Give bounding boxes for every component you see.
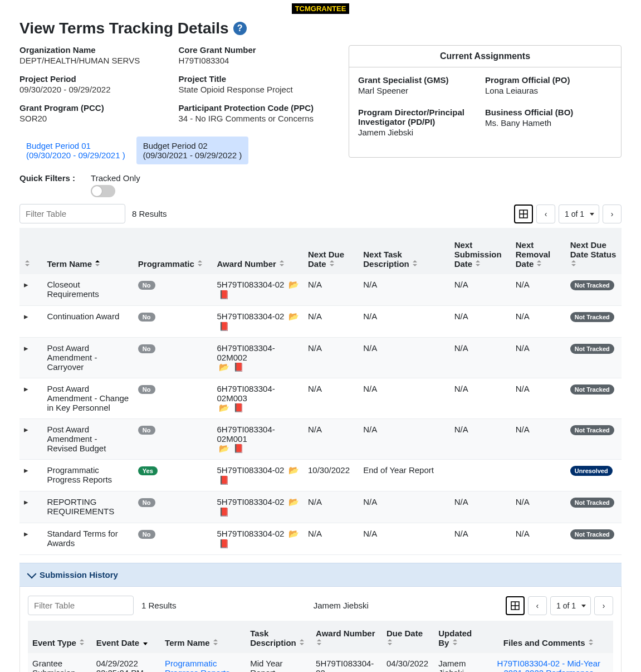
status-badge: Not Tracked: [570, 529, 614, 539]
grant-program: Grant Program (PCC)SOR20: [19, 103, 179, 123]
sh-col-task-desc[interactable]: Task Description: [246, 621, 311, 653]
cell-rem: N/A: [511, 274, 566, 306]
folder-icon[interactable]: 📂: [288, 529, 299, 538]
cell-due: N/A: [304, 419, 359, 460]
cell-due: N/A: [304, 274, 359, 306]
sh-col-term-name[interactable]: Term Name: [160, 621, 246, 653]
pdf-icon[interactable]: 📕: [219, 290, 229, 299]
cell-rem: N/A: [511, 306, 566, 338]
programmatic-pill: Yes: [138, 466, 158, 475]
sh-prev-page-button[interactable]: ‹: [528, 596, 547, 615]
sh-col-event-date[interactable]: Event Date: [92, 621, 160, 653]
tab-budget-period-02[interactable]: Budget Period 02(09/30/2021 - 09/29/2022…: [136, 137, 249, 164]
project-period: Project Period09/30/2020 - 09/29/2022: [19, 74, 179, 94]
tracked-only-toggle[interactable]: [91, 185, 115, 197]
status-badge: Not Tracked: [570, 280, 614, 290]
folder-icon[interactable]: 📂: [288, 311, 299, 321]
pdf-icon[interactable]: 📕: [219, 475, 229, 485]
sort-desc-icon: [143, 642, 148, 645]
pdf-icon[interactable]: 📕: [219, 539, 229, 548]
col-award-number[interactable]: Award Number: [213, 228, 304, 274]
col-next-removal[interactable]: Next Removal Date: [511, 228, 566, 274]
cell-term-name: Standard Terms for Awards: [42, 523, 133, 555]
pdf-icon[interactable]: 📕: [233, 403, 244, 412]
sh-col-due-date[interactable]: Due Date: [382, 621, 434, 653]
cell-rem: N/A: [511, 338, 566, 378]
expand-row-icon[interactable]: ▸: [24, 343, 28, 353]
cell-rem: [511, 460, 566, 491]
grid-view-button[interactable]: [514, 204, 533, 223]
pdf-icon[interactable]: 📕: [233, 362, 244, 372]
cell-due: N/A: [304, 523, 359, 555]
col-next-task-desc[interactable]: Next Task Description: [359, 228, 449, 274]
prev-page-button[interactable]: ‹: [536, 204, 555, 223]
sh-term-link[interactable]: Programmatic Progress Reports: [165, 659, 230, 672]
pdf-icon[interactable]: 📕: [233, 444, 244, 453]
gms: Grant Specialist (GMS)Marl Speener: [358, 75, 485, 95]
cell-due: N/A: [304, 378, 359, 419]
cell-term-name: Post Award Amendment - Carryover: [42, 338, 133, 378]
status-badge: Not Tracked: [570, 384, 614, 395]
programmatic-pill: No: [138, 281, 155, 290]
folder-icon[interactable]: 📂: [219, 403, 229, 412]
folder-icon[interactable]: 📂: [219, 444, 229, 453]
cell-sub: N/A: [450, 338, 511, 378]
programmatic-pill: No: [138, 385, 155, 394]
expand-row-icon[interactable]: ▸: [24, 497, 28, 507]
status-badge: Not Tracked: [570, 344, 614, 354]
col-term-name[interactable]: Term Name: [42, 228, 133, 274]
sh-filter-input[interactable]: [28, 596, 134, 615]
cell-award: 6H79TI083304-02M001📂 📕: [213, 419, 304, 460]
cell-term-name: Programmatic Progress Reports: [42, 460, 133, 491]
cell-due: 10/30/2022: [304, 460, 359, 491]
cell-task: N/A: [359, 338, 449, 378]
page-select[interactable]: 1 of 1: [559, 204, 599, 223]
pdpi: Program Director/Principal Investigator …: [358, 108, 485, 137]
submission-history-header[interactable]: Submission History: [19, 563, 622, 587]
pdf-icon[interactable]: 📕: [219, 322, 229, 331]
tracked-only-label: Tracked Only: [91, 173, 140, 183]
cell-sub: N/A: [450, 306, 511, 338]
folder-icon[interactable]: 📂: [288, 280, 299, 289]
folder-icon[interactable]: 📂: [288, 465, 299, 475]
col-status[interactable]: Next Due Date Status: [566, 228, 622, 274]
col-next-due-date[interactable]: Next Due Date: [304, 228, 359, 274]
cell-award: 5H79TI083304-02 📂 📕: [213, 274, 304, 306]
cell-sub: N/A: [450, 419, 511, 460]
ppc: Participant Protection Code (PPC)34 - No…: [179, 103, 338, 123]
sh-grid-view-button[interactable]: [506, 596, 525, 615]
sh-file-link[interactable]: H79TI083304-02 - Mid-Year 2021-2022 Perf…: [497, 659, 600, 672]
cell-sub: N/A: [450, 378, 511, 419]
table-row: ▸Continuation AwardNo5H79TI083304-02 📂 📕…: [19, 306, 622, 338]
cell-task: N/A: [359, 419, 449, 460]
pdf-icon[interactable]: 📕: [219, 507, 229, 517]
sh-next-page-button[interactable]: ›: [594, 596, 613, 615]
chevron-down-icon: [27, 569, 37, 578]
next-page-button[interactable]: ›: [603, 204, 622, 223]
sh-col-award-number[interactable]: Award Number: [311, 621, 382, 653]
pager: ‹ 1 of 1 ›: [514, 204, 622, 223]
expand-row-icon[interactable]: ▸: [24, 465, 28, 475]
sh-col-event-type[interactable]: Event Type: [28, 621, 92, 653]
expand-row-icon[interactable]: ▸: [24, 384, 28, 393]
table-row: ▸Closeout RequirementsNo5H79TI083304-02 …: [19, 274, 622, 306]
folder-icon[interactable]: 📂: [288, 497, 299, 507]
col-programmatic[interactable]: Programmatic: [134, 228, 213, 274]
cell-due: N/A: [304, 306, 359, 338]
col-next-submission[interactable]: Next Submission Date: [450, 228, 511, 274]
table-row: ▸Post Award Amendment - Change in Key Pe…: [19, 378, 622, 419]
folder-icon[interactable]: 📂: [219, 362, 229, 372]
table-row: ▸Post Award Amendment - Revised BudgetNo…: [19, 419, 622, 460]
sh-col-updated-by[interactable]: Updated By: [434, 621, 484, 653]
cell-award: 6H79TI083304-02M003📂 📕: [213, 378, 304, 419]
help-icon[interactable]: ?: [233, 22, 247, 35]
sh-col-files[interactable]: Files and Comments: [485, 621, 613, 653]
expand-row-icon[interactable]: ▸: [24, 425, 28, 434]
expand-row-icon[interactable]: ▸: [24, 529, 28, 538]
expand-row-icon[interactable]: ▸: [24, 311, 28, 321]
filter-table-input[interactable]: [19, 204, 125, 223]
sh-page-select[interactable]: 1 of 1: [550, 596, 591, 615]
expand-row-icon[interactable]: ▸: [24, 280, 28, 289]
po: Program Official (PO)Lona Leiauras: [485, 75, 612, 95]
tab-budget-period-01[interactable]: Budget Period 01(09/30/2020 - 09/29/2021…: [19, 137, 132, 164]
